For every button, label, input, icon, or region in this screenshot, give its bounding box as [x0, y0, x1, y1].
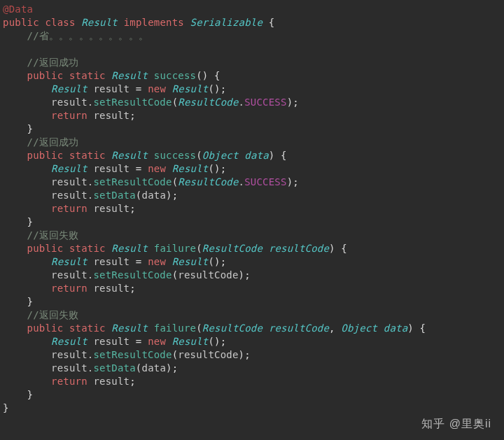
- watermark: 知乎 @里奥ii: [421, 417, 491, 432]
- method-comment: //返回成功: [27, 136, 79, 148]
- method-comment: //返回失败: [27, 309, 79, 320]
- method-name: failure: [154, 243, 196, 254]
- code-block: @Data public class Result implements Ser…: [0, 0, 504, 418]
- method-name: success: [154, 70, 196, 81]
- annotation: @Data: [3, 3, 33, 15]
- method-comment: //返回成功: [27, 57, 79, 68]
- method-comment: //返回失败: [27, 229, 79, 241]
- omit-comment: //省。。。。。。。。。。: [27, 30, 148, 41]
- class-close: }: [3, 402, 9, 413]
- class-name: Result: [81, 17, 118, 28]
- method-name: success: [154, 150, 196, 161]
- method-name: failure: [154, 322, 196, 334]
